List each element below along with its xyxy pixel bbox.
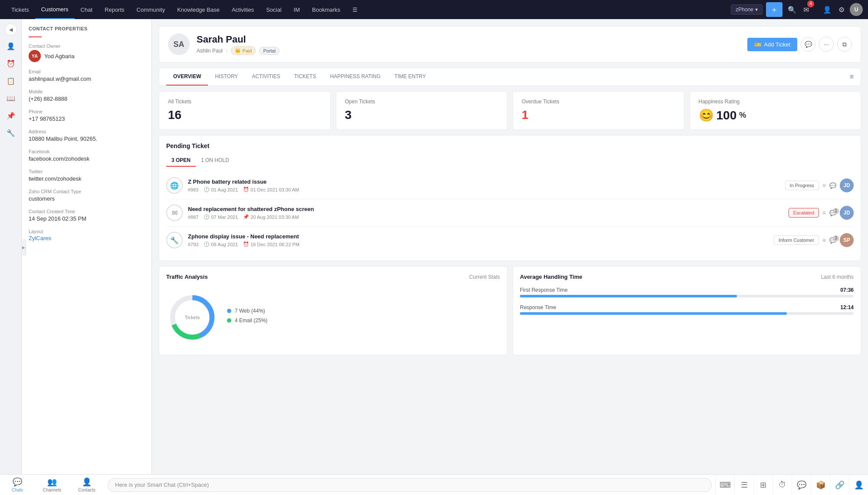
chats-icon: 💬: [13, 477, 22, 487]
contact-icon[interactable]: 👤: [4, 39, 18, 53]
zoho-crm-label: Zoho CRM Contact Type: [29, 189, 145, 194]
list-tool-icon[interactable]: ☰: [734, 475, 753, 495]
chat-button[interactable]: 💬: [801, 37, 815, 52]
email-label: Email: [29, 69, 145, 74]
comment-count-2: 1: [833, 208, 839, 214]
tab-happiness-rating[interactable]: HAPPINESS RATING: [323, 68, 387, 86]
comment-tool-icon[interactable]: 💬: [792, 475, 811, 495]
more-options-button[interactable]: ···: [819, 37, 834, 52]
box-icon[interactable]: 📦: [811, 475, 830, 495]
contacts-label: Contacts: [78, 488, 95, 492]
nav-chat[interactable]: Chat: [75, 0, 99, 19]
nav-social[interactable]: Social: [260, 0, 287, 19]
tab-tickets[interactable]: TICKETS: [287, 68, 323, 86]
happiness-suffix: %: [739, 111, 746, 120]
mobile-field: Mobile (+26) 882-8888: [29, 89, 145, 102]
grid-icon[interactable]: ⊞: [753, 475, 773, 495]
nav-im[interactable]: IM: [288, 0, 306, 19]
tab-history[interactable]: HISTORY: [208, 68, 245, 86]
tab-activities[interactable]: ACTIVITIES: [245, 68, 287, 86]
user-icon[interactable]: 👤: [821, 4, 833, 16]
dot-separator: ·: [226, 48, 227, 54]
status-badge-3: Inform Customer: [774, 235, 819, 245]
ticket-title-2[interactable]: Need replacement for shattered zPhone sc…: [188, 206, 783, 212]
expand-panel-button[interactable]: ▶: [22, 239, 26, 256]
handling-time-title: Average Handling Time: [520, 274, 582, 280]
tab-time-entry[interactable]: TIME ENTRY: [388, 68, 433, 86]
user-avatar[interactable]: U: [850, 3, 863, 16]
pending-tab-open[interactable]: 3 OPEN: [166, 155, 196, 167]
ticket-date1-3: 🕐 09 Aug 2021: [204, 241, 238, 247]
happiness-number: 100: [717, 109, 737, 122]
nav-community[interactable]: Community: [131, 0, 171, 19]
nav-knowledge-base[interactable]: Knowledge Base: [171, 0, 226, 19]
bottom-tool-chats[interactable]: 💬 Chats: [0, 475, 35, 495]
ticket-date2-1: ⏰ 01 Dec 2021 03:30 AM: [243, 187, 299, 192]
pin-icon[interactable]: 📌: [4, 109, 18, 122]
search-icon[interactable]: 🔍: [786, 4, 798, 16]
section-divider: [29, 36, 42, 37]
ticket-id-1: #983: [188, 187, 198, 192]
clock-icon[interactable]: ⏰: [4, 56, 18, 70]
all-tickets-label: All Tickets: [168, 99, 322, 105]
bottom-tool-contacts[interactable]: 👤 Contacts: [69, 475, 104, 495]
ticket-title-3[interactable]: Zphone display issue - Need replacement: [188, 233, 769, 240]
keyboard-icon[interactable]: ⌨: [715, 475, 734, 495]
phone-label: Phone: [29, 109, 145, 114]
zphone-button[interactable]: zPhone ▾: [731, 4, 763, 15]
add-new-button[interactable]: ＋: [766, 2, 783, 17]
nav-reports[interactable]: Reports: [99, 0, 131, 19]
timer-icon[interactable]: ⏱: [773, 475, 792, 495]
ticket-title-1[interactable]: Z Phone battery related issue: [188, 178, 780, 185]
wrench-icon[interactable]: 🔧: [4, 126, 18, 140]
layers-button[interactable]: ⧉: [837, 37, 852, 52]
progress-bg-2: [520, 312, 854, 315]
bottom-tool-channels[interactable]: 👥 Channels: [35, 475, 69, 495]
smart-chat-input-display[interactable]: Here is your Smart Chat (Ctrl+Space): [108, 478, 712, 492]
owner-avatar: YA: [29, 50, 41, 62]
comment-button-3[interactable]: 💬 3: [829, 237, 836, 244]
contacts-icon: 👤: [82, 477, 92, 487]
handling-time-header: Average Handling Time Last 6 months: [520, 274, 854, 280]
list-icon-1[interactable]: ≡: [822, 182, 826, 189]
channels-icon: 👥: [47, 477, 57, 487]
alarm-icon-1: ⏰: [243, 187, 249, 192]
donut-center-label: Tickets: [185, 315, 200, 320]
book-icon[interactable]: 📖: [4, 91, 18, 105]
nav-customers[interactable]: Customers: [35, 0, 75, 19]
pending-tab-on-hold[interactable]: 1 ON HOLD: [196, 155, 234, 167]
list-icon-3[interactable]: ≡: [822, 237, 826, 244]
list-icon-2[interactable]: ≡: [822, 209, 826, 216]
traffic-analysis-title: Traffic Analysis: [166, 274, 208, 280]
settings-icon[interactable]: ⚙: [837, 4, 846, 16]
note-icon[interactable]: 📋: [4, 74, 18, 88]
handling-time-card: Average Handling Time Last 6 months Firs…: [513, 266, 861, 355]
customer-sub-name: Ashlin Paul: [197, 48, 223, 54]
comment-button-1[interactable]: 💬: [829, 182, 836, 189]
tab-more-icon[interactable]: ≡: [850, 73, 854, 81]
collapse-button[interactable]: ◀: [5, 23, 17, 36]
clock-icon-3: 🕐: [204, 241, 210, 247]
ticket-info-2: Need replacement for shattered zPhone sc…: [188, 206, 783, 220]
ticket-id-3: #793: [188, 242, 198, 247]
bottom-right-tools: ⌨ ☰ ⊞ ⏱ 💬 📦 🔗 👤: [715, 475, 868, 495]
link-icon[interactable]: 🔗: [830, 475, 849, 495]
comment-button-2[interactable]: 💬 1: [829, 210, 836, 216]
nav-tickets[interactable]: Tickets: [5, 0, 35, 19]
legend-item-email: 4 Email (25%): [227, 317, 267, 323]
layout-value[interactable]: ZylCares: [29, 235, 145, 241]
portal-badge: Portal: [259, 47, 279, 55]
nav-bookmarks[interactable]: Bookmarks: [306, 0, 346, 19]
customer-sub-info: Ashlin Paul · 👑 Paid Portal: [197, 46, 740, 55]
happiness-label: Happiness Rating: [699, 99, 852, 105]
status-badge-1: In Progress: [785, 181, 819, 190]
status-badge-2: Escalated: [789, 208, 819, 218]
nav-more-icon[interactable]: ☰: [346, 0, 364, 19]
email-value: ashlinpaul.w@gmail.com: [29, 76, 145, 82]
phone-value: +17 98765123: [29, 116, 145, 122]
nav-activities[interactable]: Activities: [226, 0, 260, 19]
add-ticket-button[interactable]: 🎫 Add Ticket: [747, 38, 797, 51]
person-icon[interactable]: 👤: [849, 475, 868, 495]
ticket-date2-3: ⏰ 16 Dec 2021 08:22 PM: [243, 241, 299, 247]
tab-overview[interactable]: OVERVIEW: [166, 68, 208, 86]
